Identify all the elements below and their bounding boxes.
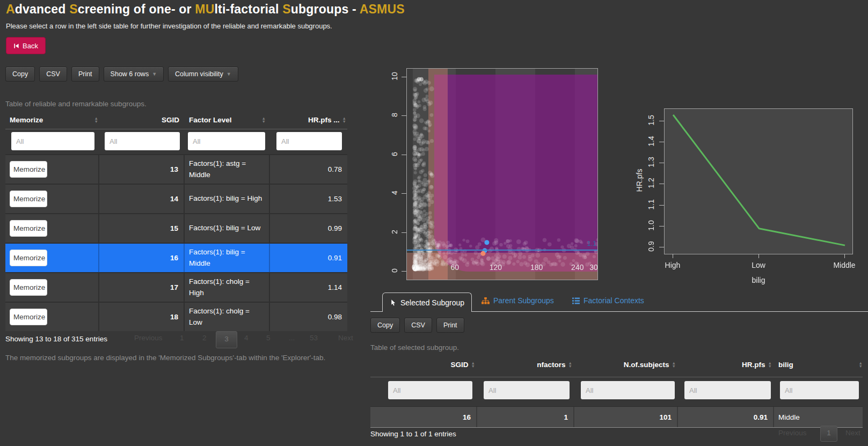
pagination-next[interactable]: Next <box>845 429 860 437</box>
button-label: Print <box>443 321 457 329</box>
y-tick <box>402 232 406 233</box>
filter-input-nsubjects[interactable] <box>581 381 675 399</box>
y-tick-label: 4 <box>390 184 399 202</box>
table-row[interactable]: Memorize17Factors(1): cholg = High1.14 <box>5 272 347 302</box>
table-row[interactable]: Memorize14Factors(1): bilig = High1.53 <box>5 184 347 213</box>
x-tick <box>844 254 845 258</box>
back-button[interactable]: Back <box>6 37 46 54</box>
selected-table-row[interactable]: 1611010.91Middle <box>370 406 863 428</box>
y-tick-label: 1.0 <box>647 216 655 235</box>
sgid-cell: 16 <box>99 244 185 272</box>
line-plot: 0.91.01.11.21.31.41.5HighLowMiddle HR.pf… <box>612 81 864 293</box>
hrpfs-cell: 1.14 <box>270 273 347 302</box>
column-header-sgid[interactable]: SGID ▲▼ <box>370 356 477 373</box>
selected-row-cell-hr-pfs: 0.91 <box>678 407 774 427</box>
x-tick-label: 0 <box>412 263 416 272</box>
table-row[interactable]: Memorize18Factors(1): cholg = Low0.98 <box>5 302 347 331</box>
column-header-memorize[interactable]: Memorize ▲▼ <box>5 113 99 127</box>
filter-input-sgid-2[interactable] <box>388 381 472 399</box>
pagination-4[interactable]: 4 <box>244 334 249 342</box>
y-tick-label: 1.1 <box>647 195 655 214</box>
tab-label: Selected Subgroup <box>400 298 464 307</box>
filter-input-hrpfs-2[interactable] <box>684 381 771 399</box>
pagination-ellipsis: ... <box>289 334 295 342</box>
button-label: CSV <box>411 321 425 329</box>
column-header-hrpfs[interactable]: HR.pfs ▲▼ <box>678 356 774 373</box>
scatter-plot-panel[interactable]: 1.1 060120180240300 <box>406 68 598 280</box>
memorize-button[interactable]: Memorize <box>10 161 47 178</box>
list-icon <box>572 297 580 304</box>
filter-input-hrpfs[interactable] <box>276 132 342 150</box>
column-header-sgid[interactable]: SGID <box>99 113 185 127</box>
line-x-axis-title: bilig <box>742 276 775 284</box>
y-tick <box>402 193 406 194</box>
memorize-button[interactable]: Memorize <box>10 250 47 266</box>
title-segment: S <box>282 2 291 16</box>
line-y-axis-title: HR.pfs <box>635 169 644 192</box>
table-row-selected[interactable]: Memorize16Factors(1): bilig = Middle0.91 <box>5 243 347 272</box>
sort-icon: ▲▼ <box>262 117 266 123</box>
step-backward-icon <box>13 43 19 49</box>
column-header-hrpfs[interactable]: HR.pfs ... ▲▼ <box>270 113 347 127</box>
column-header-bilig[interactable]: bilig ▲▼ <box>774 356 863 373</box>
x-tick <box>758 254 759 258</box>
pagination-2[interactable]: 2 <box>202 334 207 342</box>
button-label: Copy <box>12 70 28 78</box>
column-header-label: HR.pfs ... <box>308 116 340 124</box>
title-segment: lti-factorial <box>215 2 283 16</box>
filter-input-nfactors[interactable] <box>484 381 570 399</box>
bottom-copy-button[interactable]: Copy <box>370 318 400 333</box>
left-show-6-rows-button[interactable]: Show 6 rows▼ <box>104 67 164 82</box>
sgid-cell: 17 <box>99 273 185 302</box>
filter-input-bilig[interactable] <box>780 381 859 399</box>
title-segment: creening of one- or <box>78 2 195 16</box>
column-header-nfactors[interactable]: nfactors ▲▼ <box>477 356 574 373</box>
sgid-cell: 15 <box>99 214 185 243</box>
title-segment: S <box>69 2 78 16</box>
left-column-visibility-button[interactable]: Column visibility▼ <box>168 67 238 82</box>
pagination-1[interactable]: 1 <box>820 426 837 442</box>
table-row[interactable]: Memorize15Factors(1): bilig = Low0.99 <box>5 213 347 243</box>
pagination-previous[interactable]: Previous <box>778 429 807 437</box>
x-tick-label: 300 <box>589 263 598 272</box>
bottom-csv-button[interactable]: CSV <box>404 318 432 333</box>
left-csv-button[interactable]: CSV <box>39 67 67 82</box>
filter-input-factor-level[interactable] <box>188 132 265 150</box>
tab-selected-subgroup[interactable]: Selected Subgroup <box>382 293 472 312</box>
reference-line <box>407 250 597 251</box>
y-tick <box>659 247 664 247</box>
column-header-factor-level[interactable]: Factor Level ▲▼ <box>185 113 270 127</box>
filter-input-sgid[interactable] <box>105 132 180 150</box>
pagination-previous[interactable]: Previous <box>134 334 163 342</box>
filter-input-memorize[interactable] <box>11 132 94 150</box>
column-header-nsubjects[interactable]: N.of.subjects ▲▼ <box>574 356 678 373</box>
left-print-button[interactable]: Print <box>71 67 99 82</box>
table-row[interactable]: Memorize13Factors(1): astg = Middle0.78 <box>5 154 347 184</box>
column-header-label: N.of.subjects <box>624 361 669 369</box>
tab-factorial-contexts[interactable]: Factorial Contexts <box>572 296 644 305</box>
y-tick-label: 1.3 <box>647 153 655 171</box>
bottom-print-button[interactable]: Print <box>436 318 464 333</box>
scatter-plot: 1.1 060120180240300 0246810 <box>370 59 601 282</box>
y-tick-label: 1.4 <box>647 132 655 150</box>
selected-row-cell-sgid: 16 <box>370 407 477 427</box>
column-header-label: nfactors <box>537 361 565 369</box>
memorize-button[interactable]: Memorize <box>10 220 47 237</box>
memorize-cell: Memorize <box>5 273 99 302</box>
pagination-5[interactable]: 5 <box>266 334 271 342</box>
tab-parent-subgroups[interactable]: Parent Subgroups <box>482 296 554 305</box>
pagination-3[interactable]: 3 <box>216 331 237 348</box>
memorize-button[interactable]: Memorize <box>10 279 47 296</box>
left-copy-button[interactable]: Copy <box>5 67 35 82</box>
memorize-button[interactable]: Memorize <box>10 309 47 325</box>
pagination-53[interactable]: 53 <box>310 334 318 342</box>
pagination-next[interactable]: Next <box>338 334 353 342</box>
selected-table-toolbar: CopyCSVPrint <box>370 318 464 333</box>
y-tick-label: 0 <box>390 261 399 280</box>
sort-icon: ▲▼ <box>672 362 676 368</box>
y-tick-label: 6 <box>390 145 399 163</box>
x-tick-label: 240 <box>571 263 583 272</box>
memorize-button[interactable]: Memorize <box>10 191 47 207</box>
y-tick <box>402 155 406 155</box>
pagination-1[interactable]: 1 <box>180 334 184 342</box>
